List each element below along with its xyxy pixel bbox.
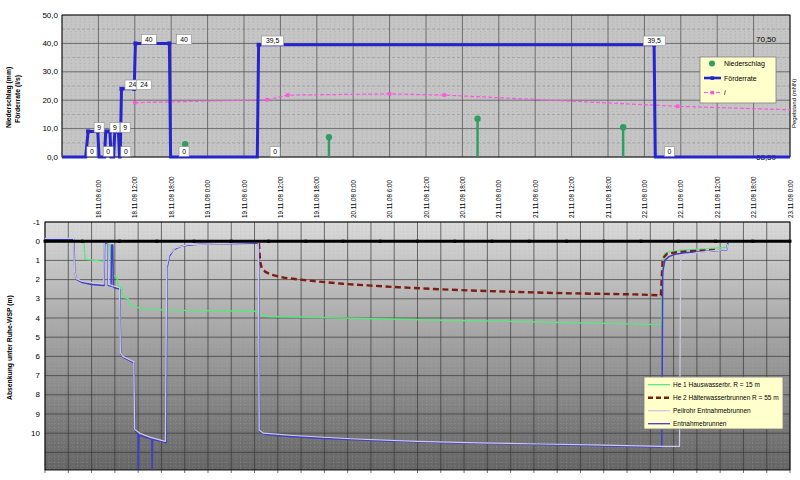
y-axis-title: Absenkung unter Ruhe-WSP (m) — [6, 295, 14, 400]
data-label: 24 — [129, 81, 137, 88]
bottom-chart: -1012345678910Absenkung unter Ruhe-WSP (… — [6, 218, 792, 474]
y-left-tick-label: 40,0 — [42, 39, 58, 48]
x-tick-label: 19.11.08 18:00 — [313, 176, 320, 218]
legend-label: He 1 Hauswasserbr. R = 15 m — [673, 381, 760, 388]
x-tick-label: 20.11.08 0:00 — [350, 179, 357, 218]
top-legend: NiederschlagFörderratei — [700, 57, 776, 103]
y-left-tick-label: 10,0 — [42, 124, 58, 133]
data-label: 0 — [273, 148, 277, 155]
x-tick-label: 23.11.08 0:00 — [787, 179, 794, 218]
y-left-axis-title: Niederschlag (mm) — [5, 67, 13, 128]
x-tick-label: 22.11.08 12:00 — [714, 176, 721, 218]
data-label: 9 — [123, 124, 127, 131]
data-label: 24 — [140, 81, 148, 88]
data-label: 39,5 — [648, 37, 661, 44]
data-label: 9 — [113, 124, 117, 131]
y-right-axis-title: Pegelstand (mNN) — [791, 79, 797, 128]
x-tick-label: 22.11.08 0:00 — [641, 179, 648, 218]
y-right-tick-label: 70,50 — [756, 35, 777, 44]
x-tick-label: 18.11.08 18:00 — [168, 176, 175, 218]
data-label: 40 — [180, 36, 188, 43]
legend-label: Peilrohr Entnahmebrunnen — [673, 407, 751, 414]
data-label: 0 — [106, 148, 110, 155]
y-tick-label: -1 — [33, 218, 41, 227]
y-tick-label: 5 — [36, 333, 41, 342]
top-chart: 0,010,020,030,040,050,068,5069,5070,5018… — [5, 11, 797, 219]
x-tick-label: 20.11.08 12:00 — [423, 176, 430, 218]
x-tick-label: 19.11.08 6:00 — [241, 179, 248, 218]
y-left-axis-title: Förderrate (l/s) — [14, 75, 22, 123]
y-tick-label: 2 — [36, 275, 41, 284]
x-tick-label: 21.11.08 6:00 — [532, 179, 539, 218]
y-tick-label: 10 — [31, 429, 40, 438]
y-tick-label: 6 — [36, 352, 41, 361]
data-label: 0 — [124, 148, 128, 155]
x-tick-label: 22.11.08 18:00 — [750, 176, 757, 218]
y-tick-label: 4 — [36, 314, 41, 323]
x-tick-label: 21.11.08 0:00 — [495, 179, 502, 218]
legend-label: Förderrate — [724, 75, 757, 82]
data-label: 40 — [145, 36, 153, 43]
data-label: 0 — [90, 148, 94, 155]
legend-label: Niederschlag — [724, 60, 765, 68]
y-tick-label: 0 — [36, 237, 41, 246]
x-tick-label: 20.11.08 6:00 — [386, 179, 393, 218]
y-tick-label: 8 — [36, 390, 41, 399]
x-tick-label: 21.11.08 12:00 — [568, 176, 575, 218]
data-label: 39,5 — [266, 37, 279, 44]
chart-page: 0,010,020,030,040,050,068,5069,5070,5018… — [0, 0, 800, 480]
chart-canvas: 0,010,020,030,040,050,068,5069,5070,5018… — [0, 0, 800, 480]
y-tick-label: 9 — [36, 410, 41, 419]
y-left-tick-label: 20,0 — [42, 96, 58, 105]
x-tick-label: 20.11.08 18:00 — [459, 176, 466, 218]
y-left-tick-label: 50,0 — [42, 11, 58, 20]
data-label: 0 — [182, 148, 186, 155]
x-tick-label: 18.11.08 6:00 — [95, 179, 102, 218]
y-tick-label: 3 — [36, 294, 41, 303]
y-tick-label: 7 — [36, 371, 41, 380]
x-tick-label: 19.11.08 0:00 — [204, 179, 211, 218]
y-left-tick-label: 30,0 — [42, 67, 58, 76]
x-tick-label: 21.11.08 18:00 — [605, 176, 612, 218]
legend-label: He 2 Hälterwasserbrunnen R = 55 m — [673, 394, 779, 401]
y-tick-label: 1 — [36, 256, 41, 265]
bottom-axes: -1012345678910Absenkung unter Ruhe-WSP (… — [6, 218, 41, 438]
y-left-tick-label: 0,0 — [47, 153, 59, 162]
data-label: 0 — [667, 148, 671, 155]
legend-label: Entnahmebrunnen — [673, 420, 727, 427]
baseline-line — [44, 240, 792, 243]
data-label: 9 — [97, 124, 101, 131]
x-tick-label: 19.11.08 12:00 — [277, 176, 284, 218]
x-tick-label: 18.11.08 12:00 — [131, 176, 138, 218]
bottom-legend: He 1 Hauswasserbr. R = 15 mHe 2 Hälterwa… — [644, 377, 783, 429]
x-tick-label: 22.11.08 6:00 — [677, 179, 684, 218]
